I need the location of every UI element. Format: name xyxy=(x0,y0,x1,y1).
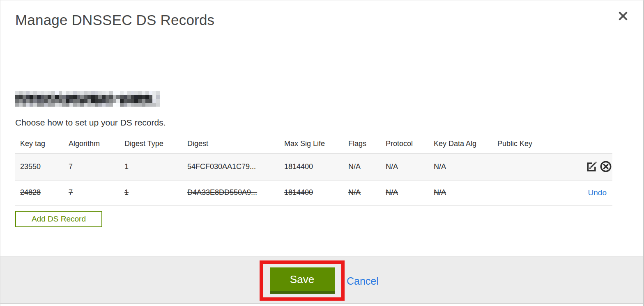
close-x-glyph xyxy=(617,10,629,22)
cell-text: N/A xyxy=(386,188,398,196)
cell: N/A xyxy=(343,153,381,180)
table-body: 235507154FCF030AA1C79...1814400N/AN/AN/A… xyxy=(15,153,612,205)
cell: 1814400 xyxy=(279,180,343,205)
cell-text: 1 xyxy=(124,162,129,171)
cell: N/A xyxy=(343,180,381,205)
close-icon[interactable] xyxy=(616,9,630,23)
cell: 54FCF030AA1C79... xyxy=(182,153,279,180)
save-button[interactable]: Save xyxy=(270,267,335,294)
cell-text: 7 xyxy=(69,188,73,196)
add-ds-record-button[interactable]: Add DS Record xyxy=(15,211,102,227)
row-actions: Undo xyxy=(554,180,612,205)
column-header: Digest Type xyxy=(120,137,182,153)
row-actions xyxy=(554,153,612,180)
column-header: Key tag xyxy=(15,137,64,153)
cell-text: 23550 xyxy=(20,162,41,171)
cell-text: 24828 xyxy=(20,188,41,196)
cell: 1 xyxy=(120,180,182,205)
table-row: 2482871D4A33E8DD550A9...1814400N/AN/AN/A… xyxy=(15,180,612,205)
cell-text: N/A xyxy=(348,188,361,196)
edit-icon[interactable] xyxy=(586,160,599,174)
redacted-domain-name xyxy=(15,91,160,107)
instruction-text: Choose how to set up your DS records. xyxy=(15,118,166,128)
column-header: Digest xyxy=(182,137,279,153)
cell: 1814400 xyxy=(279,153,343,180)
dnssec-dialog: Manage DNSSEC DS Records Choose how to s… xyxy=(0,0,644,306)
cell-text: N/A xyxy=(348,162,361,171)
cell-text: N/A xyxy=(434,188,446,196)
cell: D4A33E8DD550A9... xyxy=(182,180,279,205)
cell-text: N/A xyxy=(434,162,446,171)
column-header: Max Sig Life xyxy=(279,137,343,153)
page-title: Manage DNSSEC DS Records xyxy=(15,12,214,28)
cell: N/A xyxy=(429,180,492,205)
cell-text: 54FCF030AA1C79... xyxy=(187,162,256,171)
undo-link[interactable]: Undo xyxy=(559,188,612,197)
dialog-footer: Save Cancel xyxy=(0,256,643,304)
cell: 7 xyxy=(64,180,120,205)
cell: N/A xyxy=(429,153,492,180)
table-row: 235507154FCF030AA1C79...1814400N/AN/AN/A xyxy=(15,153,612,180)
column-header: Algorithm xyxy=(64,137,120,153)
cell-text: 1814400 xyxy=(284,188,313,196)
ds-records-table: Key tagAlgorithmDigest TypeDigestMax Sig… xyxy=(15,137,612,206)
cell xyxy=(492,180,554,205)
column-header: Key Data Alg xyxy=(429,137,492,153)
cell: 7 xyxy=(64,153,120,180)
column-header: Flags xyxy=(343,137,381,153)
cell-text: 1814400 xyxy=(284,162,313,171)
cancel-link[interactable]: Cancel xyxy=(347,275,379,287)
cell: 23550 xyxy=(15,153,64,180)
cell-text: D4A33E8DD550A9... xyxy=(187,188,257,196)
cell: 24828 xyxy=(15,180,64,205)
cell-text: N/A xyxy=(386,162,398,171)
cell-text: 7 xyxy=(69,162,73,171)
annotation-red-box: Save xyxy=(260,260,345,301)
table-header: Key tagAlgorithmDigest TypeDigestMax Sig… xyxy=(15,137,612,153)
cell: N/A xyxy=(381,153,429,180)
column-header: Protocol xyxy=(381,137,429,153)
cell xyxy=(492,153,554,180)
cell: 1 xyxy=(120,153,182,180)
cell: N/A xyxy=(381,180,429,205)
delete-icon[interactable] xyxy=(599,160,612,174)
cell-text: 1 xyxy=(124,188,129,196)
column-header: Public Key xyxy=(492,137,554,153)
